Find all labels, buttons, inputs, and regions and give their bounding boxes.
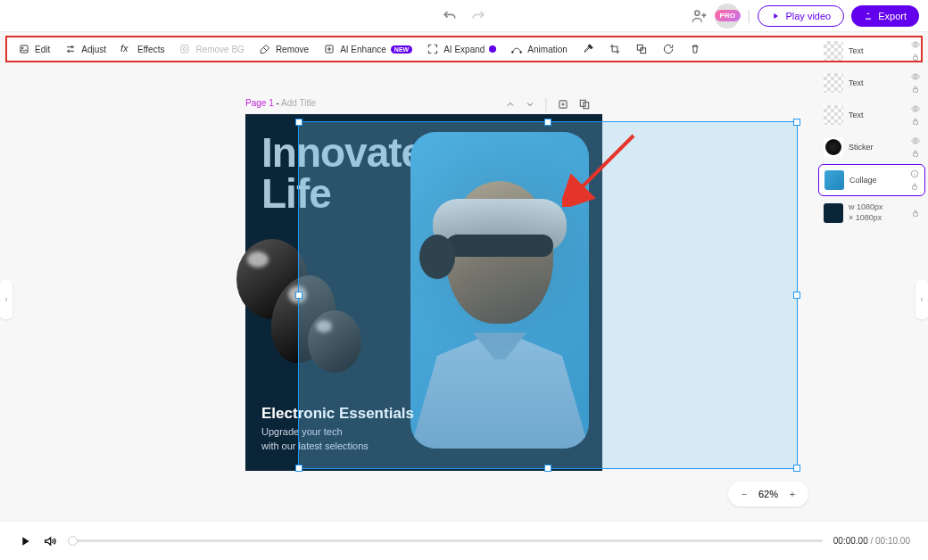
delete-tool[interactable] — [689, 43, 701, 55]
zoom-in-button[interactable]: + — [783, 485, 801, 503]
svg-point-9 — [520, 52, 522, 54]
lock-icon[interactable] — [910, 182, 919, 191]
zoom-out-button[interactable]: − — [735, 485, 753, 503]
remove-bg-label: Remove BG — [195, 45, 244, 54]
header-center — [441, 7, 487, 25]
page-up-icon[interactable] — [505, 99, 516, 110]
adjust-label: Adjust — [81, 45, 106, 54]
eyedropper-tool[interactable] — [582, 43, 594, 55]
eye-icon[interactable] — [911, 136, 920, 145]
svg-point-0 — [695, 11, 700, 15]
layers-panel: Text Text Text Sticker Collage w 1080px … — [818, 36, 925, 227]
svg-rect-21 — [914, 121, 918, 125]
page-down-icon[interactable] — [525, 99, 535, 110]
remove-tool[interactable]: Remove — [259, 43, 309, 55]
svg-rect-10 — [637, 45, 642, 50]
zoom-percent: 62% — [758, 489, 778, 499]
adjust-tool[interactable]: Adjust — [64, 43, 106, 55]
header-right: PRO | Play video Export — [690, 4, 919, 29]
svg-rect-5 — [181, 45, 188, 53]
background-thumb[interactable] — [824, 203, 843, 223]
portrait-image[interactable] — [410, 132, 589, 449]
svg-rect-11 — [641, 48, 646, 54]
layer-text-3[interactable]: Text — [818, 100, 925, 130]
undo-button[interactable] — [441, 7, 459, 25]
layer-collage[interactable]: Collage — [818, 164, 925, 196]
crop-tool[interactable] — [609, 43, 621, 55]
layer-thumb — [824, 105, 843, 125]
svg-rect-23 — [914, 153, 918, 157]
lock-icon[interactable] — [911, 149, 920, 158]
resize-handle-tr[interactable] — [793, 119, 800, 126]
expand-dot-badge — [489, 45, 496, 53]
layer-thumb — [824, 170, 844, 190]
svg-point-18 — [915, 76, 917, 78]
redo-button[interactable] — [469, 7, 487, 25]
svg-point-2 — [21, 47, 23, 49]
page-number: Page 1 — [245, 98, 274, 108]
layer-thumb — [824, 137, 843, 157]
play-button[interactable] — [18, 534, 32, 548]
volume-icon[interactable] — [43, 534, 57, 548]
layer-thumb — [824, 73, 843, 93]
app-header: PRO | Play video Export — [0, 0, 928, 32]
subheadline: Electronic Essentials — [261, 405, 414, 423]
edit-toolbar: Edit Adjust fx Effects Remove BG Remove … — [5, 36, 923, 62]
animation-label: Animation — [527, 45, 567, 54]
effects-tool[interactable]: fx Effects — [120, 43, 164, 55]
share-user-icon[interactable] — [690, 7, 708, 25]
design-stage: Page 1 - Add Title | Innovate Life — [9, 62, 812, 514]
info-icon[interactable] — [910, 169, 919, 178]
page-title-placeholder: Add Title — [281, 98, 316, 108]
timeline-scrubber[interactable] — [68, 539, 823, 542]
play-video-button[interactable]: Play video — [758, 5, 844, 27]
edit-label: Edit — [35, 45, 50, 54]
export-button[interactable]: Export — [851, 5, 919, 27]
layer-text-1[interactable]: Text — [818, 36, 925, 66]
ai-enhance-label: AI Enhance — [340, 45, 386, 54]
video-player-bar: 00:00.00 / 00:10.00 — [0, 521, 928, 560]
svg-point-6 — [184, 47, 187, 51]
layer-sticker[interactable]: Sticker — [818, 132, 925, 162]
resize-handle-mr[interactable] — [793, 292, 800, 299]
left-panel-expand[interactable] — [0, 280, 12, 319]
design-canvas[interactable]: Innovate Life Electronic Essentials Upgr… — [245, 114, 602, 471]
svg-rect-26 — [914, 212, 918, 216]
layer-thumb — [824, 41, 843, 61]
svg-rect-17 — [914, 57, 918, 61]
canvas-size-row: w 1080px × 1080px — [818, 198, 925, 227]
ai-expand-label: AI Expand — [443, 45, 485, 54]
eye-icon[interactable] — [911, 40, 920, 49]
canvas-width: w 1080px — [849, 202, 883, 213]
svg-point-16 — [915, 44, 917, 46]
lock-icon[interactable] — [911, 53, 920, 62]
pro-badge: PRO — [715, 10, 741, 21]
right-panel-collapse[interactable] — [916, 280, 928, 319]
canvas-height: × 1080px — [849, 213, 883, 224]
animation-tool[interactable]: Animation — [510, 43, 567, 55]
layer-text-2[interactable]: Text — [818, 68, 925, 98]
eye-icon[interactable] — [911, 104, 920, 113]
ai-enhance-tool[interactable]: AI Enhance NEW — [323, 43, 412, 55]
edit-tool[interactable]: Edit — [18, 43, 50, 55]
eye-icon[interactable] — [911, 72, 920, 81]
svg-point-22 — [915, 140, 917, 143]
lock-icon[interactable] — [911, 117, 920, 126]
export-label: Export — [878, 11, 907, 21]
timeline-playhead[interactable] — [68, 536, 78, 546]
sticker-3d-abstract[interactable] — [236, 230, 397, 408]
ai-expand-tool[interactable]: AI Expand — [427, 43, 496, 55]
refresh-tool[interactable] — [662, 43, 675, 55]
user-avatar[interactable]: PRO — [715, 4, 740, 29]
resize-handle-br[interactable] — [793, 465, 800, 472]
duplicate-page-icon[interactable] — [578, 98, 591, 111]
add-page-icon[interactable] — [557, 98, 569, 111]
svg-rect-25 — [913, 186, 917, 190]
svg-point-8 — [512, 52, 514, 54]
page-label[interactable]: Page 1 - Add Title — [245, 98, 316, 108]
layers-tool[interactable] — [635, 43, 648, 55]
svg-point-20 — [915, 108, 917, 111]
footer-text-block[interactable]: Electronic Essentials Upgrade your tech … — [261, 405, 414, 453]
lock-icon[interactable] — [911, 209, 920, 218]
lock-icon[interactable] — [911, 85, 920, 94]
